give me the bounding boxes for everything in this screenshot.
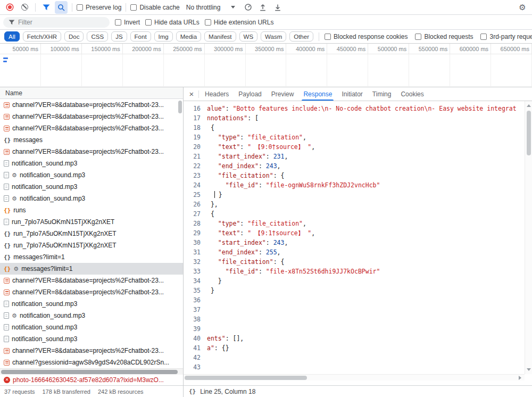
preserve-log-toggle[interactable]: Preserve log [77,4,121,11]
request-row[interactable]: {}⚙messages?limit=1 [0,263,183,275]
request-row[interactable]: channel?VER=8&database=projects%2Fchatbo… [0,99,183,111]
disable-cache-checkbox[interactable] [130,4,137,11]
requests-horizontal-scrollbar[interactable] [0,368,183,375]
3rd-party-requests-toggle[interactable]: 3rd-party requests [480,33,532,40]
blocked-requests-label: Blocked requests [424,33,473,40]
filter-chip-font[interactable]: Font [130,31,151,42]
editor-vertical-scrollbar[interactable] [525,101,532,374]
tab-headers[interactable]: Headers [200,87,234,101]
throttling-select[interactable]: No throttling [182,4,240,11]
tab-timing[interactable]: Timing [368,87,396,101]
filter-chip-manifest[interactable]: Manifest [204,31,236,42]
requests-vertical-scrollbar[interactable] [178,101,182,113]
blocked-response-cookies-toggle[interactable]: Blocked response cookies [325,33,408,40]
invert-toggle[interactable]: Invert [115,19,140,26]
request-row[interactable]: notification_sound.mp3 [0,333,183,345]
blocked-requests-toggle[interactable]: Blocked requests [415,33,473,40]
filter-chip-wasm[interactable]: Wasm [261,31,286,42]
clear-network-log-button[interactable] [18,1,31,14]
scroll-down-arrow-icon[interactable] [527,368,531,371]
filter-chip-doc[interactable]: Doc [64,31,84,42]
filter-chip-fetch-xhr[interactable]: Fetch/XHR [23,31,61,42]
request-row[interactable]: ⚙notification_sound.mp3 [0,193,183,204]
hide-data-urls-toggle[interactable]: Hide data URLs [145,19,200,26]
blocked-response-cookies-checkbox[interactable] [325,34,331,40]
request-row[interactable]: notification_sound.mp3 [0,181,183,193]
filter-input[interactable] [18,19,98,26]
overview-activity-bar [3,61,7,62]
close-details-button[interactable]: × [185,89,198,98]
json-braces-icon: {} [4,231,11,237]
request-row[interactable]: {}run_7plo7A5uOKmN15TjXKg2nXET [0,228,183,239]
preserve-log-checkbox[interactable] [77,4,83,11]
record-button[interactable] [3,1,16,14]
tab-initiator[interactable]: Initiator [337,87,367,101]
code-line: 37 [184,305,532,315]
settings-button[interactable]: ⚙ [516,1,529,14]
editor-vscroll-thumb[interactable] [527,111,531,155]
overview-gridline [491,54,532,86]
search-button[interactable] [55,1,68,14]
hide-extension-urls-toggle[interactable]: Hide extension URLs [205,19,274,26]
request-row[interactable]: run_7plo7A5uOKmN15TjXKg2nXET [0,216,183,228]
request-row[interactable]: channel?VER=8&database=projects%2Fchatbo… [0,111,183,122]
request-row[interactable]: channel?VER=8&database=projects%2Fchatbo… [0,122,183,134]
editor-horizontal-scrollbar[interactable] [184,374,525,381]
request-row[interactable]: notification_sound.mp3 [0,321,183,333]
scroll-right-arrow-icon[interactable] [519,376,521,380]
editor-hscroll-thumb[interactable] [185,376,307,380]
3rd-party-requests-checkbox[interactable] [480,34,487,40]
hide-data-urls-checkbox[interactable] [145,19,152,26]
request-row[interactable]: ✕photo-1666462630452-af57e82d607a?ixid=M… [0,375,183,385]
filter-chip-css[interactable]: CSS [87,31,108,42]
code-line: 32 "file_citation": { [184,257,532,267]
tab-response[interactable]: Response [298,87,337,101]
request-row[interactable]: channel?VER=8&database=projects%2Fchatbo… [0,275,183,286]
tab-preview[interactable]: Preview [267,87,299,101]
overview-gridline [450,54,491,86]
request-row[interactable]: {}messages?limit=1 [0,251,183,263]
request-row[interactable]: {}run_7plo7A5uOKmN15TjXKg2nXET [0,239,183,251]
request-row[interactable]: {}runs [0,204,183,216]
filter-input-wrap[interactable] [3,17,110,28]
export-har-button[interactable] [271,1,284,14]
overview-tick-label: 350000 ms [246,44,287,54]
request-row[interactable]: channel?VER=8&database=projects%2Fchatbo… [0,146,183,158]
filter-chip-all[interactable]: All [4,31,20,42]
name-column-header[interactable]: Name [0,87,183,99]
network-conditions-button[interactable] [242,1,254,14]
tab-cookies[interactable]: Cookies [396,87,428,101]
request-row[interactable]: ⚙notification_sound.mp3 [0,310,183,321]
requests-hscroll-thumb[interactable] [1,370,178,374]
scroll-up-arrow-icon[interactable] [527,104,531,107]
code-area[interactable]: 16alue": "Botto features include:\n- No-… [184,101,532,374]
import-har-button[interactable] [256,1,269,14]
filter-chip-img[interactable]: Img [154,31,173,42]
blocked-requests-checkbox[interactable] [415,34,421,40]
filter-chip-ws[interactable]: WS [239,31,258,42]
format-json-braces-icon[interactable]: {} [189,388,196,395]
tab-payload[interactable]: Payload [234,87,266,101]
request-list: channel?VER=8&database=projects%2Fchatbo… [0,99,183,368]
request-row[interactable]: notification_sound.mp3 [0,158,183,169]
request-row[interactable]: {}messages [0,134,183,146]
code-line: 17nnotations": [ [184,113,532,123]
request-row[interactable]: channel?VER=8&database=projects%2Fchatbo… [0,286,183,298]
line-number: 30 [184,238,205,247]
request-row[interactable]: notification_sound.mp3 [0,298,183,310]
filter-toggle-button[interactable] [40,1,53,14]
response-editor[interactable]: 16alue": "Botto features include:\n- No-… [184,101,532,374]
code-text: "file_id": "file-x8Tn52St6dhi9JJ7kOcBPwi… [205,267,380,276]
filter-chip-js[interactable]: JS [111,31,127,42]
request-row[interactable]: ⚙notification_sound.mp3 [0,169,183,181]
hide-extension-urls-checkbox[interactable] [205,19,211,26]
request-row[interactable]: channel?VER=8&database=projects%2Fchatbo… [0,345,183,357]
filter-chip-other[interactable]: Other [289,31,313,42]
filter-chip-media[interactable]: Media [176,31,201,42]
invert-checkbox[interactable] [115,19,121,26]
overview-timeline[interactable]: 50000 ms100000 ms150000 ms200000 ms25000… [0,44,532,87]
overview-tick-label: 450000 ms [327,44,368,54]
request-row[interactable]: channel?gsessionid=agwS8v9gdS4v208aCDL90… [0,357,183,368]
overview-band[interactable] [0,54,532,86]
disable-cache-toggle[interactable]: Disable cache [130,4,179,11]
